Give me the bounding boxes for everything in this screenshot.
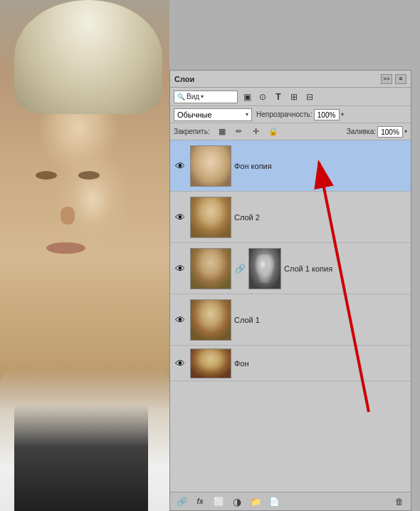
layer-item[interactable]: 👁 🔗 Слой 1 копия xyxy=(170,243,411,294)
layer-thumbnail xyxy=(190,349,231,378)
create-group-btn[interactable]: 📁 xyxy=(248,495,263,509)
delete-layer-btn[interactable]: 🗑 xyxy=(392,495,406,509)
search-box[interactable]: 🔍 Вид ▾ xyxy=(174,91,238,103)
layer-thumbnail xyxy=(190,145,231,187)
filter-smart-icon[interactable]: ⊟ xyxy=(303,91,316,103)
blend-dropdown-arrow: ▾ xyxy=(246,111,248,118)
filter-image-icon[interactable]: ▣ xyxy=(241,91,253,103)
layer-mask-thumbnail xyxy=(248,248,281,289)
panel-header: Слои >> ≡ xyxy=(170,71,411,88)
lock-fill-row: Закрепить: ▦ ✏ ✛ 🔒 Заливка: 100% ▾ xyxy=(170,123,411,140)
layer-visibility-toggle[interactable]: 👁 xyxy=(173,262,187,276)
layers-panel: Слои >> ≡ 🔍 Вид ▾ ▣ ⊙ T ⊞ ⊟ Обычные ▾ Не… xyxy=(169,70,411,511)
filter-toolbar: 🔍 Вид ▾ ▣ ⊙ T ⊞ ⊟ xyxy=(170,88,411,106)
layer-thumb-image xyxy=(191,197,231,237)
add-adjustment-btn[interactable]: ◑ xyxy=(230,495,244,509)
filter-shape-icon[interactable]: ⊞ xyxy=(288,91,300,103)
lock-transparent-btn[interactable]: ▦ xyxy=(216,125,229,138)
lock-image-btn[interactable]: ✏ xyxy=(233,125,246,138)
layer-visibility-toggle[interactable]: 👁 xyxy=(173,356,187,371)
layer-name: Слой 1 копия xyxy=(284,264,408,273)
canvas-area xyxy=(0,0,169,511)
layer-fx-btn[interactable]: fx xyxy=(193,495,207,509)
layer-thumb-image xyxy=(191,249,231,289)
opacity-row: Непрозрачность: 100% ▾ xyxy=(256,109,407,120)
filter-text-icon[interactable]: T xyxy=(272,91,285,103)
layer-name: Слой 1 xyxy=(234,316,408,324)
layer-thumb-image xyxy=(191,300,231,340)
layer-visibility-toggle[interactable]: 👁 xyxy=(173,313,187,327)
link-layers-btn[interactable]: 🔗 xyxy=(174,495,189,509)
fill-dropdown-arrow[interactable]: ▾ xyxy=(404,128,407,135)
layer-mask-image xyxy=(249,249,280,289)
layer-item[interactable]: 👁 Слой 2 xyxy=(170,192,411,243)
fill-input[interactable]: 100% xyxy=(377,126,403,138)
layer-item[interactable]: 👁 Фон xyxy=(170,346,411,381)
filter-adjustment-icon[interactable]: ⊙ xyxy=(256,91,269,103)
panel-title: Слои xyxy=(174,75,194,83)
fill-label: Заливка: xyxy=(347,128,376,135)
opacity-input[interactable]: 100% xyxy=(314,109,340,120)
layer-thumb-image xyxy=(191,349,231,378)
lock-position-btn[interactable]: ✛ xyxy=(250,125,263,138)
layer-thumbnail xyxy=(190,248,231,289)
layers-list: 👁 Фон копия 👁 Слой 2 👁 🔗 xyxy=(170,140,411,492)
view-dropdown-arrow: ▾ xyxy=(201,93,204,100)
layer-visibility-toggle[interactable]: 👁 xyxy=(173,159,187,173)
photo-canvas xyxy=(0,0,169,511)
lock-label: Закрепить: xyxy=(174,128,210,135)
layer-item[interactable]: 👁 Фон копия xyxy=(170,140,411,192)
layer-name: Фон xyxy=(234,359,408,368)
blend-mode-dropdown[interactable]: Обычные ▾ xyxy=(174,108,252,121)
layer-thumbnail xyxy=(190,197,231,238)
view-label: Вид xyxy=(187,93,199,100)
panel-menu-btn[interactable]: ≡ xyxy=(395,74,406,84)
opacity-label: Непрозрачность: xyxy=(256,110,313,118)
new-layer-btn[interactable]: 📄 xyxy=(267,495,281,509)
opacity-dropdown-arrow[interactable]: ▾ xyxy=(341,111,344,118)
layer-name: Слой 2 xyxy=(234,213,408,222)
lock-all-btn[interactable]: 🔒 xyxy=(267,125,280,138)
layer-name: Фон копия xyxy=(234,162,408,170)
search-icon: 🔍 xyxy=(177,93,185,100)
fill-section: Заливка: 100% ▾ xyxy=(347,126,407,138)
layer-thumb-image xyxy=(191,146,231,186)
panel-collapse-btn[interactable]: >> xyxy=(381,74,392,84)
layer-item[interactable]: 👁 Слой 1 xyxy=(170,294,411,346)
panel-header-icons: >> ≡ xyxy=(381,74,406,84)
layer-thumbnail xyxy=(190,299,231,341)
add-mask-btn[interactable]: ⬜ xyxy=(211,495,226,509)
bottom-toolbar: 🔗 fx ⬜ ◑ 📁 📄 🗑 xyxy=(170,492,411,510)
blend-opacity-row: Обычные ▾ Непрозрачность: 100% ▾ xyxy=(170,106,411,123)
layer-link-icon[interactable]: 🔗 xyxy=(234,262,246,276)
layer-visibility-toggle[interactable]: 👁 xyxy=(173,210,187,224)
blend-mode-value: Обычные xyxy=(177,110,212,119)
